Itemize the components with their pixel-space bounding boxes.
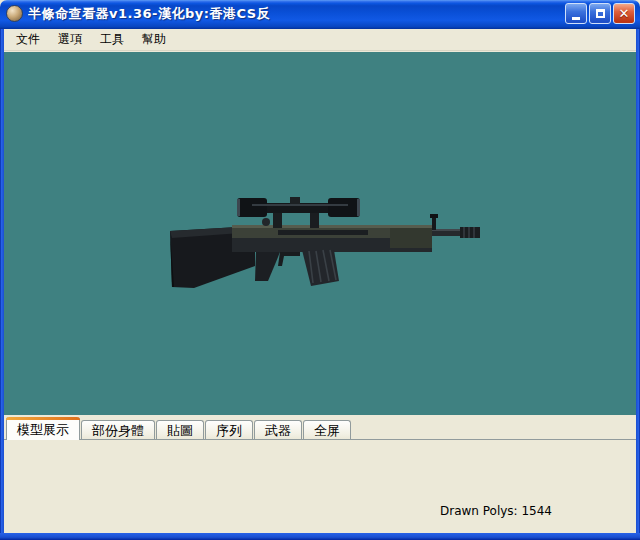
tab-label: 全屏 <box>314 422 340 440</box>
tab-label: 部份身體 <box>92 422 144 440</box>
menu-help[interactable]: 幫助 <box>134 29 174 50</box>
tab-fullscreen[interactable]: 全屏 <box>303 420 351 440</box>
tab-label: 武器 <box>265 422 291 440</box>
tab-strip: 模型展示 部份身體 貼圖 序列 武器 全屏 <box>6 417 352 440</box>
maximize-icon <box>596 9 605 18</box>
app-icon <box>6 5 23 22</box>
control-panel: 模型展示 部份身體 貼圖 序列 武器 全屏 渲染模式 貼圖渲染 可視度: 100… <box>4 415 636 533</box>
menu-tools[interactable]: 工具 <box>92 29 132 50</box>
menu-options[interactable]: 選項 <box>50 29 90 50</box>
tab-label: 序列 <box>216 422 242 440</box>
app-window: 半條命查看器v1.36-漢化by:香港CS反 ✕ 文件 選項 工具 幫助 <box>0 0 640 540</box>
window-title: 半條命查看器v1.36-漢化by:香港CS反 <box>28 5 565 23</box>
menubar: 文件 選項 工具 幫助 <box>4 29 636 51</box>
maximize-button[interactable] <box>589 3 611 24</box>
tab-label: 模型展示 <box>17 421 69 439</box>
tab-body-parts[interactable]: 部份身體 <box>81 420 155 440</box>
window-border-bottom <box>0 533 640 540</box>
close-button[interactable]: ✕ <box>613 3 635 24</box>
tab-model-display[interactable]: 模型展示 <box>6 417 80 440</box>
menu-file[interactable]: 文件 <box>8 29 48 50</box>
tab-label: 貼圖 <box>167 422 193 440</box>
tab-textures[interactable]: 貼圖 <box>156 420 204 440</box>
tab-page-model-display <box>4 439 636 533</box>
drawn-polys-status: Drawn Polys: 1544 <box>440 504 552 518</box>
window-border-right <box>636 29 640 540</box>
minimize-button[interactable] <box>565 3 587 24</box>
model-viewport[interactable] <box>4 52 636 415</box>
titlebar[interactable]: 半條命查看器v1.36-漢化by:香港CS反 ✕ <box>0 0 640 29</box>
rifle-model-image <box>160 180 490 300</box>
tab-sequences[interactable]: 序列 <box>205 420 253 440</box>
minimize-icon <box>572 17 580 20</box>
tab-weapons[interactable]: 武器 <box>254 420 302 440</box>
close-icon: ✕ <box>619 7 630 20</box>
